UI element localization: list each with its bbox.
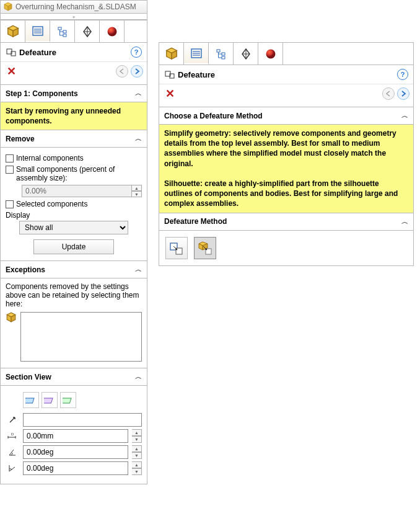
simplify-icon [168,240,185,256]
svg-rect-21 [25,398,34,403]
distance-icon: D [7,431,18,441]
arrow-right-icon [133,68,141,75]
percent-spinner[interactable]: ▲▼ [132,185,142,197]
defeature-icon [6,47,17,58]
display-label: Display [6,211,142,220]
silhouette-icon [197,240,213,256]
distance-spinner[interactable]: ▲▼ [132,429,142,443]
arrow-left-icon [118,68,126,75]
step1-note: Start by removing any unneeded component… [1,102,147,130]
plane-icon [25,394,37,406]
properties-icon [190,47,203,60]
internal-components-checkbox[interactable] [6,154,14,162]
window-title: Overturning Mechanism_&.SLDASM [15,2,136,11]
selected-components-checkbox[interactable] [6,200,14,208]
section-plane-top[interactable] [42,392,58,408]
action-row: ✕ [1,62,147,85]
defeature-panel-right: Defeature ? ✕ Choose a Defeature Method … [159,42,414,266]
choose-method-note: Simplify geometry: selectively remove co… [159,125,413,213]
section-plane-right[interactable] [60,392,76,408]
sphere-icon [265,48,277,60]
panel-header: Defeature ? [159,65,413,84]
tab-assembly[interactable] [1,20,25,42]
tab-tree[interactable] [209,43,234,64]
origin-icon [240,48,252,60]
choose-method-heading[interactable]: Choose a Defeature Method ︿ [159,107,413,125]
origin-icon [81,25,94,38]
small-components-checkbox[interactable] [6,166,14,174]
section-view-body: D ▲▼ ▲▼ ▲▼ [1,386,147,484]
defeature-method-heading-text: Defeature Method [164,217,227,226]
panel-grip[interactable]: ∘ [0,14,147,20]
panel-title: Defeature [17,48,131,57]
defeature-method-heading[interactable]: Defeature Method ︿ [159,213,413,231]
update-button[interactable]: Update [33,239,114,254]
svg-rect-22 [44,398,53,403]
svg-rect-33 [222,53,225,55]
next-button[interactable] [397,87,409,100]
tab-origin[interactable] [75,20,100,42]
angle-x-icon [7,447,17,457]
panel-title: Defeature [175,70,397,79]
remove-heading-text: Remove [6,135,35,143]
properties-icon [32,25,44,37]
angle1-spinner[interactable]: ▲▼ [132,445,142,459]
tab-strip [1,20,147,43]
method-silhouette[interactable] [194,237,216,259]
svg-rect-34 [222,56,225,59]
svg-rect-11 [63,30,66,33]
next-button[interactable] [131,65,143,78]
remove-heading[interactable]: Remove ︿ [1,130,147,148]
tab-properties[interactable] [25,20,50,42]
exceptions-text: Components removed by the settings above… [6,282,142,308]
section-angle2-input[interactable] [23,461,128,475]
tab-appearance[interactable] [100,20,125,42]
tab-assembly[interactable] [159,43,184,64]
cancel-button[interactable]: ✕ [163,87,177,100]
exceptions-heading[interactable]: Exceptions ︿ [1,261,147,278]
method-simplify-geometry[interactable] [165,237,188,259]
choose-method-heading-text: Choose a Defeature Method [164,112,263,120]
section-angle1-input[interactable] [23,445,128,459]
section-distance-input[interactable] [23,429,128,443]
remove-body: Internal components Small components (pe… [1,148,147,261]
svg-point-15 [107,27,116,36]
svg-text:D: D [11,432,14,436]
action-row: ✕ [159,84,413,107]
method-buttons [159,231,413,265]
prev-button[interactable] [382,87,395,100]
section-plane-front[interactable] [23,392,39,408]
prev-button[interactable] [116,65,128,78]
chevron-up-icon: ︿ [135,89,142,98]
arrow-right-icon [400,90,407,97]
plane-icon [63,394,74,406]
tab-properties[interactable] [184,43,209,64]
svg-rect-23 [63,398,71,403]
chevron-up-icon: ︿ [135,134,142,143]
small-components-label: Small components (percent of assembly si… [16,165,142,182]
cancel-button[interactable]: ✕ [4,64,19,78]
exceptions-listbox[interactable] [20,312,142,362]
plane-icon [44,394,55,406]
reverse-icon [7,415,17,425]
section-plane-input[interactable] [23,413,142,427]
display-select[interactable]: Show all [19,221,128,234]
tab-tree[interactable] [50,20,75,42]
section-view-heading[interactable]: Section View ︿ [1,368,147,386]
chevron-up-icon: ︿ [401,111,408,120]
tab-appearance[interactable] [258,43,283,64]
tab-origin[interactable] [234,43,258,64]
percent-input[interactable] [22,185,132,197]
assembly-icon [3,2,13,12]
help-button[interactable]: ? [131,47,142,58]
help-button[interactable]: ? [397,69,408,80]
tab-strip [159,43,413,65]
arrow-left-icon [385,90,392,97]
angle2-spinner[interactable]: ▲▼ [132,461,142,475]
selected-components-label: Selected components [16,200,87,208]
defeature-panel-left: Defeature ? ✕ Step 1: Components ︿ Start… [0,20,147,484]
svg-rect-32 [217,50,220,52]
step1-heading[interactable]: Step 1: Components ︿ [1,85,147,102]
sphere-icon [106,25,118,38]
window-titlebar: Overturning Mechanism_&.SLDASM [0,0,147,14]
